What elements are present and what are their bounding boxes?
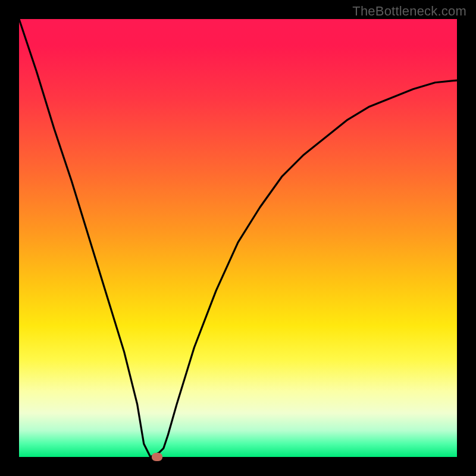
plot-area bbox=[19, 19, 457, 457]
bottleneck-curve bbox=[19, 19, 457, 457]
watermark-text: TheBottleneck.com bbox=[352, 4, 466, 19]
curve-svg bbox=[19, 19, 457, 457]
chart-frame: TheBottleneck.com bbox=[0, 0, 476, 476]
optimum-marker bbox=[152, 453, 162, 461]
